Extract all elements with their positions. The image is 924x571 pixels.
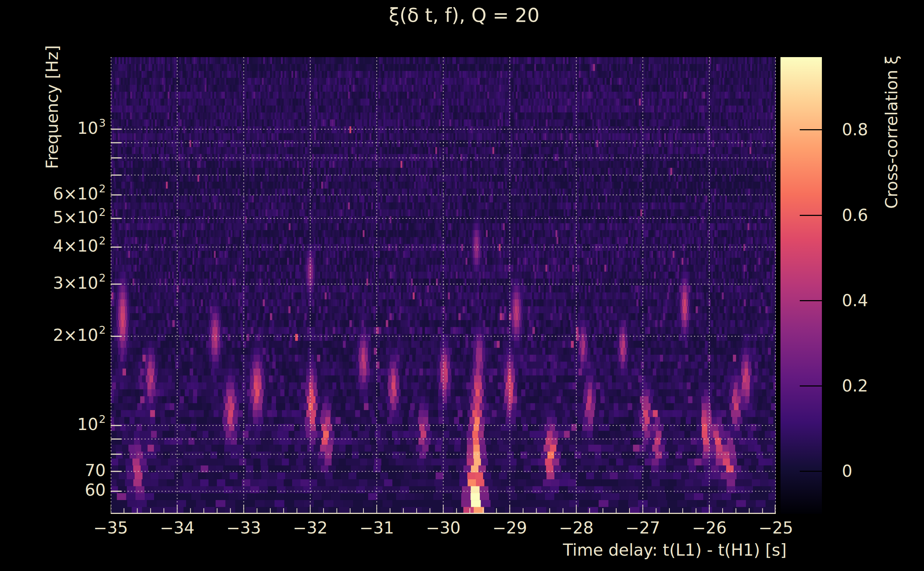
x-axis-label: Time delay: t(L1) - t(H1) [s] [563, 542, 787, 558]
x-tick-label: −25 [758, 520, 793, 536]
y-tick-label: 102 [0, 416, 106, 432]
colorbar-label: Cross-correlation ξ [883, 55, 900, 209]
colorbar-tick-mark [800, 386, 822, 386]
x-tick-label: −28 [559, 520, 594, 536]
x-tick-label: −33 [226, 520, 261, 536]
y-tick-label: 60 [0, 482, 106, 498]
y-tick-label: 70 [0, 462, 106, 478]
colorbar-tick-label: 0 [842, 463, 852, 479]
y-tick-label: 6×102 [0, 185, 106, 202]
y-tick-label: 2×102 [0, 327, 106, 343]
colorbar-gradient [780, 57, 822, 514]
x-tick-label: −29 [492, 520, 527, 536]
colorbar-tick-mark [800, 215, 822, 216]
x-tick-label: −32 [293, 520, 328, 536]
y-tick-label: 4×102 [0, 238, 106, 254]
y-tick-label: 103 [0, 120, 106, 136]
y-axis-label: Frequency [Hz] [44, 45, 60, 169]
colorbar-tick-mark [800, 471, 822, 472]
cross-correlation-spectrogram-figure: ξ(δ t, f), Q = 20 Frequency [Hz] 1036×10… [0, 0, 924, 571]
x-tick-label: −30 [426, 520, 460, 536]
y-tick-label: 5×102 [0, 209, 106, 225]
colorbar-tick-mark [800, 129, 822, 130]
colorbar-tick-mark [800, 300, 822, 301]
chart-title: ξ(δ t, f), Q = 20 [389, 6, 539, 25]
x-tick-label: −35 [93, 520, 128, 536]
colorbar-tick-label: 0.4 [842, 292, 868, 309]
colorbar-tick-label: 0.2 [842, 378, 868, 394]
x-tick-label: −31 [360, 520, 394, 536]
heatmap-canvas [111, 57, 776, 514]
y-tick-label: 3×102 [0, 275, 106, 291]
x-tick-label: −34 [160, 520, 195, 536]
x-tick-label: −26 [692, 520, 726, 536]
colorbar-tick-label: 0.6 [842, 207, 868, 224]
x-tick-label: −27 [626, 520, 660, 536]
colorbar-tick-label: 0.8 [842, 121, 868, 138]
